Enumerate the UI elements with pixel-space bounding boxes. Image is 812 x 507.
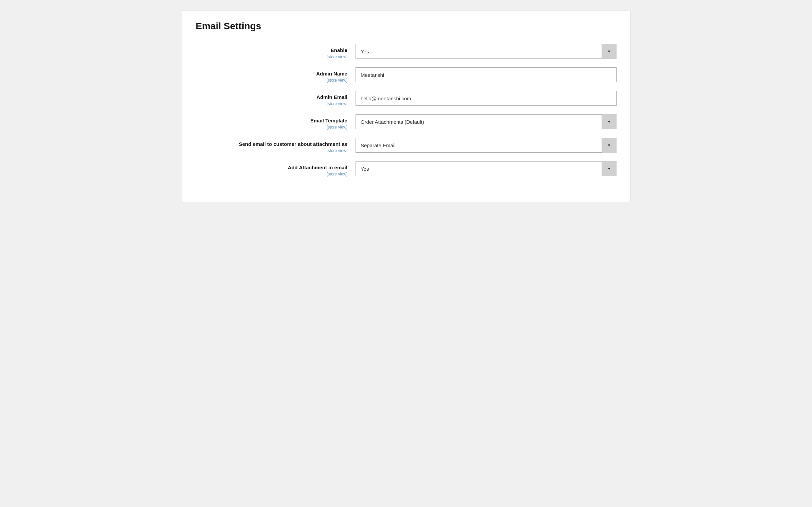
select-add_attachment[interactable]: YesNo bbox=[356, 161, 617, 176]
control-cell-enable: YesNo bbox=[356, 44, 617, 59]
label-enable: Enable bbox=[196, 47, 347, 54]
label-admin_name: Admin Name bbox=[196, 70, 347, 77]
form-row-admin_email: Admin Email[store view] bbox=[196, 91, 617, 106]
label-admin_email: Admin Email bbox=[196, 94, 347, 101]
form-row-add_attachment: Add Attachment in email[store view]YesNo bbox=[196, 161, 617, 176]
input-admin_email[interactable] bbox=[356, 91, 617, 106]
control-cell-send_email_as: Separate EmailOrder Email bbox=[356, 138, 617, 153]
form-row-email_template: Email Template[store view]Order Attachme… bbox=[196, 114, 617, 130]
page-title: Email Settings bbox=[196, 21, 617, 32]
select-wrapper-email_template: Order Attachments (Default) bbox=[356, 114, 617, 129]
label-cell-add_attachment: Add Attachment in email[store view] bbox=[196, 161, 356, 176]
select-send_email_as[interactable]: Separate EmailOrder Email bbox=[356, 138, 617, 153]
label-cell-enable: Enable[store view] bbox=[196, 44, 356, 59]
select-email_template[interactable]: Order Attachments (Default) bbox=[356, 114, 617, 129]
scope-admin_email: [store view] bbox=[196, 101, 347, 106]
select-enable[interactable]: YesNo bbox=[356, 44, 617, 59]
scope-enable: [store view] bbox=[196, 54, 347, 59]
control-cell-email_template: Order Attachments (Default) bbox=[356, 114, 617, 129]
settings-form: Enable[store view]YesNoAdmin Name[store … bbox=[196, 44, 617, 176]
label-cell-email_template: Email Template[store view] bbox=[196, 114, 356, 130]
label-cell-admin_name: Admin Name[store view] bbox=[196, 67, 356, 83]
email-settings-card: Email Settings Enable[store view]YesNoAd… bbox=[182, 10, 630, 202]
scope-add_attachment: [store view] bbox=[196, 172, 347, 176]
select-wrapper-send_email_as: Separate EmailOrder Email bbox=[356, 138, 617, 153]
scope-send_email_as: [store view] bbox=[196, 148, 347, 153]
control-cell-admin_email bbox=[356, 91, 617, 106]
control-cell-add_attachment: YesNo bbox=[356, 161, 617, 176]
label-email_template: Email Template bbox=[196, 117, 347, 124]
form-row-admin_name: Admin Name[store view] bbox=[196, 67, 617, 83]
label-add_attachment: Add Attachment in email bbox=[196, 164, 347, 171]
select-wrapper-enable: YesNo bbox=[356, 44, 617, 59]
label-send_email_as: Send email to customer about attachment … bbox=[196, 140, 347, 148]
control-cell-admin_name bbox=[356, 67, 617, 82]
input-admin_name[interactable] bbox=[356, 67, 617, 82]
form-row-send_email_as: Send email to customer about attachment … bbox=[196, 138, 617, 153]
select-wrapper-add_attachment: YesNo bbox=[356, 161, 617, 176]
form-row-enable: Enable[store view]YesNo bbox=[196, 44, 617, 59]
label-cell-admin_email: Admin Email[store view] bbox=[196, 91, 356, 106]
scope-email_template: [store view] bbox=[196, 125, 347, 130]
label-cell-send_email_as: Send email to customer about attachment … bbox=[196, 138, 356, 153]
scope-admin_name: [store view] bbox=[196, 78, 347, 83]
